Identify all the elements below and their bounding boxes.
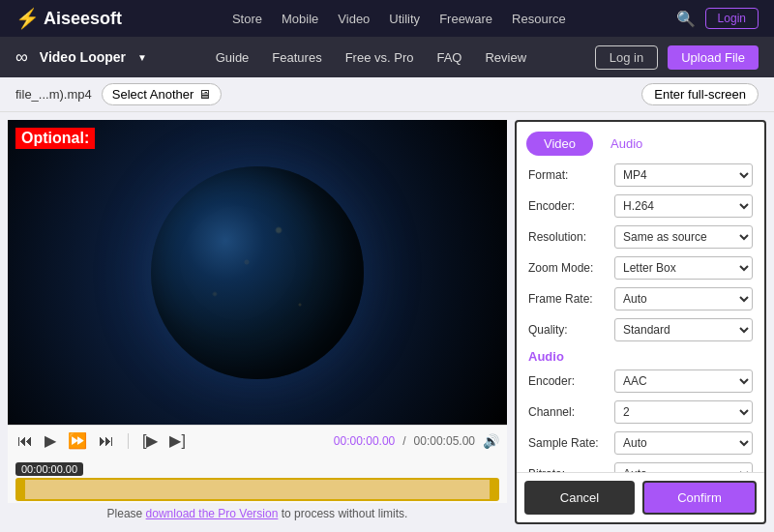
resolution-label: Resolution: [528,230,610,244]
video-container: Optional: [8,120,507,425]
zoom-mode-row: Zoom Mode: Letter Box [528,256,753,280]
loop-icon: ∞ [15,47,28,68]
file-bar-left: file_...m).mp4 Select Another 🖥 [15,83,222,105]
quality-label: Quality: [528,323,610,337]
nav-utility[interactable]: Utility [389,12,420,26]
controls-bar: ⏮ ▶ ⏩ ⏭ [▶ ▶] 00:00:00.00 / 00:00:05.00 … [8,425,507,456]
second-navbar: ∞ Video Looper ▼ Guide Features Free vs.… [0,37,774,77]
file-bar: file_...m).mp4 Select Another 🖥 Enter fu… [0,77,774,112]
mark-out-button[interactable]: ▶] [167,429,187,452]
logo-text: Aiseesoft [44,9,122,29]
tab-video[interactable]: Video [526,132,593,156]
nav-resource[interactable]: Resource [512,12,566,26]
timeline-handle-right[interactable] [490,480,497,499]
nav-mobile[interactable]: Mobile [282,12,318,26]
nav-faq[interactable]: FAQ [436,50,461,65]
earth-visual [8,120,507,425]
tool-selector: ∞ Video Looper ▼ [15,47,147,68]
monitor-icon: 🖥 [198,87,211,102]
divider [128,433,129,449]
tabs-row: Video Audio [517,122,764,156]
nav-store[interactable]: Store [232,12,262,26]
bottom-buttons: Cancel Confirm [517,472,764,522]
logo: ⚡ Aiseesoft [15,7,122,30]
frame-rate-row: Frame Rate: Auto [528,287,753,310]
pro-notice-prefix: Please [107,507,146,520]
zoom-mode-label: Zoom Mode: [528,261,610,275]
nav-freeware[interactable]: Freeware [439,12,492,26]
quality-select[interactable]: Standard [614,318,753,341]
select-another-label: Select Another [112,87,194,102]
format-select[interactable]: MP4 [614,163,753,187]
top-navbar: ⚡ Aiseesoft Store Mobile Video Utility F… [0,0,774,37]
frame-rate-select[interactable]: Auto [614,287,753,310]
nav-guide[interactable]: Guide [216,50,250,65]
audio-encoder-row: Encoder: AAC [528,369,753,393]
earth-lights [151,166,364,379]
pro-notice: Please download the Pro Version to proce… [8,503,507,524]
time-total: 00:00:05.00 [414,434,475,448]
nav-features[interactable]: Features [272,50,321,65]
search-icon[interactable]: 🔍 [676,10,696,28]
nav-review[interactable]: Review [485,50,526,65]
audio-encoder-label: Encoder: [528,374,610,388]
select-another-button[interactable]: Select Another 🖥 [102,83,223,105]
sample-rate-label: Sample Rate: [528,436,610,450]
timeline-container: 00:00:00.00 [8,456,507,503]
channel-row: Channel: 2 [528,400,753,424]
audio-section-label: Audio [528,349,753,364]
second-nav-links: Guide Features Free vs. Pro FAQ Review [216,50,526,65]
timeline-track[interactable] [15,478,499,501]
video-panel: Optional: ⏮ ▶ ⏩ ⏭ [▶ ▶] 00:00:00.00 / 00… [0,112,515,532]
file-name: file_...m).mp4 [15,87,92,102]
confirm-button[interactable]: Confirm [642,481,757,515]
bitrate-select[interactable]: Auto [614,462,753,472]
log-in-button[interactable]: Log in [595,45,658,70]
play-button[interactable]: ▶ [43,429,58,452]
pro-version-link[interactable]: download the Pro Version [146,507,279,520]
skip-forward-button[interactable]: ⏭ [97,430,116,452]
time-current: 00:00:00.00 [334,434,395,448]
timeline-handle-left[interactable] [17,480,25,499]
format-row: Format: MP4 [528,163,753,187]
audio-encoder-select[interactable]: AAC [614,369,753,393]
encoder-label: Encoder: [528,199,610,213]
sample-rate-select[interactable]: Auto [614,431,753,455]
zoom-mode-select[interactable]: Letter Box [614,256,753,280]
chevron-down-icon[interactable]: ▼ [137,52,147,63]
sample-rate-row: Sample Rate: Auto [528,431,753,455]
channel-label: Channel: [528,405,610,419]
right-panel: Video Audio Format: MP4 Encoder: H.264 R… [515,120,766,524]
format-label: Format: [528,168,610,182]
cancel-button[interactable]: Cancel [524,481,635,515]
second-nav-right: Log in Upload File [595,45,759,70]
login-button[interactable]: Login [705,8,759,29]
top-nav-links: Store Mobile Video Utility Freeware Reso… [232,12,566,26]
time-separator: / [402,434,405,448]
pro-notice-suffix: to process without limits. [278,507,407,520]
logo-icon: ⚡ [15,7,40,30]
tool-label: Video Looper [40,49,126,65]
resolution-select[interactable]: Same as source [614,225,753,249]
mark-in-button[interactable]: [▶ [140,429,160,452]
nav-free-vs-pro[interactable]: Free vs. Pro [345,50,414,65]
frame-rate-label: Frame Rate: [528,292,610,306]
main-content: Optional: ⏮ ▶ ⏩ ⏭ [▶ ▶] 00:00:00.00 / 00… [0,112,774,532]
quality-row: Quality: Standard [528,318,753,341]
tab-audio[interactable]: Audio [593,132,660,156]
optional-label: Optional: [15,128,95,149]
encoder-row: Encoder: H.264 [528,194,753,218]
channel-select[interactable]: 2 [614,400,753,424]
nav-video[interactable]: Video [338,12,370,26]
encoder-select[interactable]: H.264 [614,194,753,218]
upload-file-button[interactable]: Upload File [668,45,759,70]
settings-scroll: Format: MP4 Encoder: H.264 Resolution: S… [517,156,764,472]
top-nav-right: 🔍 Login [676,8,759,29]
bitrate-row: Bitrate: Auto [528,462,753,472]
fast-forward-button[interactable]: ⏩ [66,429,89,452]
rewind-button[interactable]: ⏮ [15,430,35,452]
volume-icon[interactable]: 🔊 [483,433,499,449]
fullscreen-button[interactable]: Enter full-screen [641,83,759,105]
resolution-row: Resolution: Same as source [528,225,753,249]
timeline-time-label: 00:00:00.00 [15,462,83,476]
